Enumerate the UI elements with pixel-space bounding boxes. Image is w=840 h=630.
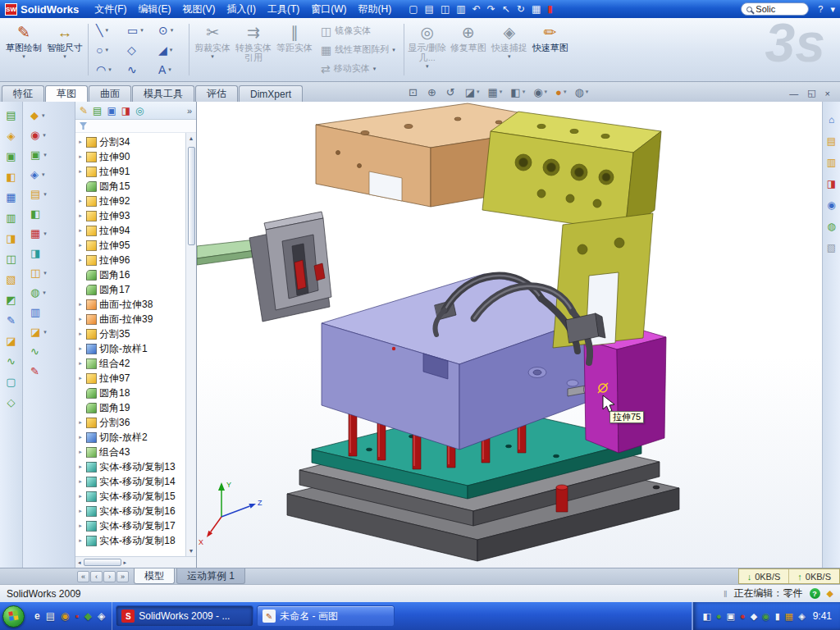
menu-item[interactable]: 窗口(W) bbox=[305, 1, 352, 18]
tree-item[interactable]: ▸ 切除-放样1 bbox=[77, 341, 184, 356]
scroll-up-arrow[interactable]: ▲ bbox=[189, 133, 194, 144]
3d-model-canvas[interactable]: Y Z X bbox=[197, 102, 822, 568]
file-explorer-icon[interactable]: ▥ bbox=[827, 158, 836, 167]
left-toolbar-flyout[interactable]: ◪ ▾ bbox=[30, 326, 47, 337]
left-toolbar-flyout[interactable]: ▥ bbox=[30, 307, 43, 317]
left-toolbar-flyout[interactable]: ▤ ▾ bbox=[30, 189, 47, 199]
command-tab[interactable]: 曲面 bbox=[89, 85, 131, 102]
expand-arrow-icon[interactable]: ▸ bbox=[77, 345, 84, 352]
quicklaunch-icon[interactable]: ▪ bbox=[75, 611, 79, 621]
appearances-icon[interactable]: ◉ bbox=[827, 200, 835, 210]
expand-arrow-icon[interactable]: ▸ bbox=[77, 434, 84, 441]
scroll-right-arrow[interactable]: ▸ bbox=[124, 559, 127, 566]
tree-horizontal-scrollbar[interactable]: ◂ ▸ bbox=[75, 556, 196, 568]
left-toolbar-flyout[interactable]: ◨ bbox=[30, 248, 43, 258]
taskbar-task-button[interactable]: S SolidWorks 2009 - ... bbox=[116, 605, 253, 627]
save-icon[interactable]: ◫ bbox=[441, 4, 450, 14]
tree-item[interactable]: ▸ 分割34 bbox=[77, 135, 184, 149]
expand-arrow-icon[interactable]: ▸ bbox=[77, 257, 84, 263]
expand-arrow-icon[interactable]: ▸ bbox=[77, 331, 84, 337]
tree-item[interactable]: ▸ 曲面-拉伸39 bbox=[77, 312, 184, 326]
tree-item[interactable]: ▸ 实体-移动/复制14 bbox=[77, 474, 184, 489]
custom-properties-icon[interactable]: ▧ bbox=[827, 243, 836, 253]
spline-tool[interactable]: ∿ bbox=[124, 60, 153, 80]
left-toolbar-flyout[interactable]: ✎ bbox=[30, 366, 43, 377]
tree-item[interactable]: ▸ 实体-移动/复制17 bbox=[77, 518, 184, 533]
tray-icon[interactable]: ● bbox=[740, 612, 746, 621]
start-button[interactable] bbox=[2, 605, 25, 628]
search-input[interactable] bbox=[756, 4, 803, 14]
menu-item[interactable]: 工具(T) bbox=[262, 1, 305, 18]
tree-item[interactable]: ▸ 拉伸92 bbox=[77, 194, 184, 208]
tray-icon[interactable]: ▣ bbox=[727, 612, 735, 621]
expand-arrow-icon[interactable]: ▸ bbox=[77, 153, 84, 160]
print-icon[interactable]: ▥ bbox=[456, 4, 465, 14]
ribbon-button[interactable]: 显示/删除几... ▾ bbox=[407, 20, 448, 80]
expand-arrow-icon[interactable]: ▸ bbox=[77, 168, 84, 175]
arc-tool[interactable]: ◠ ▾ bbox=[93, 60, 122, 80]
search-box[interactable] bbox=[741, 2, 809, 16]
tree-item[interactable]: ▸ 拉伸90 bbox=[77, 149, 184, 164]
tree-item[interactable]: 圆角15 bbox=[77, 179, 184, 194]
left-toolbar-flyout[interactable]: ◈ ▾ bbox=[30, 169, 45, 180]
tree-item[interactable]: ▸ 拉伸93 bbox=[77, 208, 184, 223]
left-toolbar-icon[interactable]: ▦ bbox=[6, 192, 16, 203]
taskbar-task-button[interactable]: ✎ 未命名 - 画图 bbox=[257, 605, 395, 627]
command-tab[interactable]: 特征 bbox=[2, 85, 44, 102]
quicklaunch-icon[interactable]: ▤ bbox=[46, 611, 55, 621]
menu-item[interactable]: 帮助(H) bbox=[353, 1, 398, 18]
left-toolbar-icon[interactable]: ◈ bbox=[7, 130, 16, 141]
command-tab[interactable]: 评估 bbox=[195, 85, 238, 102]
tree-item[interactable]: ▸ 组合43 bbox=[77, 445, 184, 459]
display-style-icon[interactable]: ◧ ▾ bbox=[510, 86, 525, 98]
stop-cylinder[interactable] bbox=[556, 485, 568, 512]
tray-icon[interactable]: ● bbox=[716, 612, 722, 621]
quick-tips-icon[interactable]: ? bbox=[810, 588, 820, 599]
left-toolbar-flyout[interactable]: ◍ ▾ bbox=[30, 287, 46, 298]
menu-item[interactable]: 插入(I) bbox=[221, 1, 262, 18]
left-toolbar-flyout[interactable]: ◉ ▾ bbox=[30, 130, 46, 140]
expand-arrow-icon[interactable]: ▸ bbox=[77, 360, 84, 367]
select-icon[interactable]: ↖ bbox=[502, 4, 510, 14]
left-toolbar-icon[interactable]: ◫ bbox=[6, 253, 16, 264]
tree-item[interactable]: ▸ 拉伸96 bbox=[77, 253, 184, 267]
ribbon-button[interactable]: 修复草图 bbox=[448, 20, 489, 80]
tray-icon[interactable]: ◆ bbox=[751, 612, 757, 621]
zoom-previous-icon[interactable]: ↺ bbox=[446, 86, 457, 98]
quicklaunch-icon[interactable]: ◉ bbox=[61, 611, 69, 621]
quicklaunch-icon[interactable]: ◆ bbox=[84, 611, 92, 621]
tree-item[interactable]: ▸ 分割35 bbox=[77, 326, 184, 341]
tree-vertical-scrollbar[interactable]: ▲ ▼ bbox=[185, 133, 196, 556]
expand-arrow-icon[interactable]: ▸ bbox=[77, 508, 84, 514]
expand-arrow-icon[interactable]: ▸ bbox=[77, 493, 84, 500]
tree-item[interactable]: ▸ 拉伸95 bbox=[77, 238, 184, 253]
open-document-icon[interactable]: ▤ bbox=[425, 4, 434, 14]
left-toolbar-flyout[interactable]: ▦ ▾ bbox=[30, 228, 47, 239]
configurationmanager-tab-icon[interactable]: ▣ bbox=[107, 105, 116, 116]
graphics-viewport[interactable]: Y Z X 拉伸75 bbox=[197, 102, 822, 568]
command-tab[interactable]: DimXpert bbox=[239, 85, 303, 102]
section-view-icon[interactable]: ◪ ▾ bbox=[465, 86, 480, 98]
tree-item[interactable]: ▸ 曲面-拉伸38 bbox=[77, 297, 184, 312]
tray-icon[interactable]: ◧ bbox=[703, 612, 711, 621]
slider-block-magenta[interactable] bbox=[584, 328, 666, 453]
circle-tool[interactable]: ○ ▾ bbox=[93, 40, 122, 60]
tree-item[interactable]: ▸ 拉伸94 bbox=[77, 223, 184, 238]
help-icon[interactable]: ? bbox=[818, 4, 823, 14]
expand-arrow-icon[interactable]: ▸ bbox=[77, 478, 84, 485]
redo-icon[interactable]: ↷ bbox=[487, 4, 495, 14]
left-toolbar-flyout[interactable]: ◧ bbox=[30, 208, 43, 219]
hide-show-items-icon[interactable]: ◉ ▾ bbox=[533, 86, 547, 98]
status-edge-icon[interactable]: ◆ bbox=[827, 588, 833, 599]
ribbon-button[interactable]: 等距实体 bbox=[274, 20, 315, 80]
tree-filter-row[interactable] bbox=[75, 120, 196, 133]
tab-nav-button[interactable]: » bbox=[116, 571, 129, 582]
left-toolbar-icon[interactable]: ◇ bbox=[7, 397, 16, 408]
new-document-icon[interactable]: ▢ bbox=[409, 4, 418, 14]
propertymanager-tab-icon[interactable]: ▤ bbox=[93, 105, 102, 116]
line-tool[interactable]: ╲ ▾ bbox=[93, 21, 122, 40]
text-tool[interactable]: A ▾ bbox=[155, 60, 185, 80]
rectangle-tool[interactable]: ▭ ▾ bbox=[124, 21, 153, 40]
tray-icon[interactable]: ◈ bbox=[798, 612, 805, 621]
tree-item[interactable]: ▸ 拉伸97 bbox=[77, 371, 184, 386]
